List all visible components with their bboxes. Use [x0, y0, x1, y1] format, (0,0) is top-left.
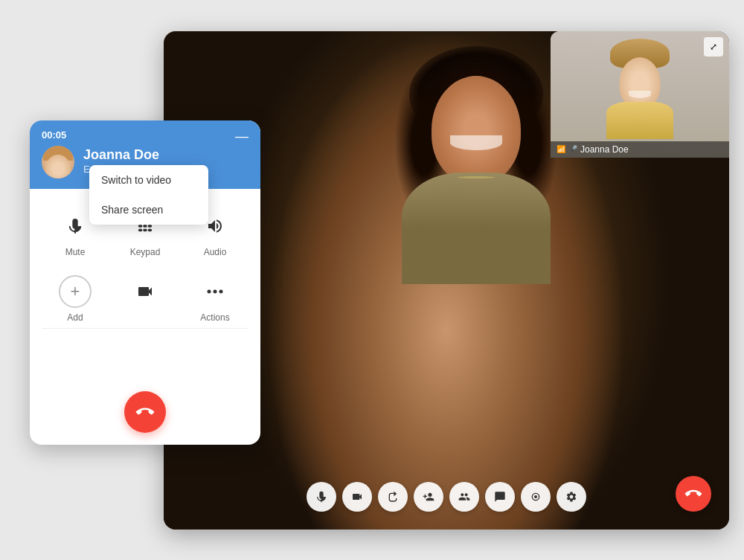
- mute-icon-container: [59, 210, 92, 242]
- end-call-button[interactable]: [124, 391, 166, 433]
- pip-expand-button[interactable]: ⤢: [704, 37, 723, 57]
- video-cam-button[interactable]: [112, 269, 179, 329]
- more-button[interactable]: Actions: [182, 269, 248, 329]
- svg-point-1: [534, 495, 537, 498]
- svg-point-4: [219, 289, 223, 293]
- video-cam-icon-container: [129, 275, 161, 308]
- settings-button[interactable]: [557, 482, 586, 512]
- audio-label: Audio: [204, 247, 227, 257]
- mic-icon-pip: 🎤: [568, 145, 577, 153]
- add-call-button[interactable]: + Add: [42, 269, 109, 329]
- pip-name-bar: 📶 🎤 Joanna Doe: [551, 141, 729, 158]
- add-label: Add: [67, 312, 83, 323]
- share-button[interactable]: [378, 482, 408, 512]
- actions-label: Actions: [200, 312, 229, 323]
- add-icon: +: [59, 275, 92, 308]
- minimize-button[interactable]: —: [235, 129, 248, 143]
- pip-caller-name: Joanna Doe: [580, 144, 629, 155]
- chat-button[interactable]: [485, 482, 515, 512]
- mute-label: Mute: [65, 247, 86, 257]
- call-card: 00:05 — Joanna Doe Ext. 9160 Mute: [30, 120, 260, 445]
- controls-row2: + Add Actions: [42, 269, 248, 329]
- caller-avatar: [42, 146, 74, 178]
- camera-button[interactable]: [342, 482, 372, 512]
- share-screen-label: Share screen: [101, 204, 163, 216]
- signal-icon: 📶: [557, 145, 565, 153]
- plus-icon: +: [71, 282, 80, 301]
- record-button[interactable]: [521, 482, 551, 512]
- call-card-body: Mute Keypad Audio: [30, 189, 260, 445]
- more-icon-container: [199, 275, 231, 308]
- mic-button[interactable]: [307, 482, 336, 512]
- switch-to-video-item[interactable]: Switch to video: [89, 165, 208, 195]
- add-user-button[interactable]: [414, 482, 443, 512]
- end-call-video-button[interactable]: [676, 476, 711, 512]
- dropdown-menu: Switch to video Share screen: [89, 165, 208, 225]
- caller-name: Joanna Doe: [83, 147, 159, 164]
- row-divider: [42, 328, 248, 329]
- group-button[interactable]: [449, 482, 479, 512]
- video-toolbar: [307, 482, 586, 512]
- end-call-section: [42, 388, 248, 433]
- pip-video: ⤢ 📶 🎤 Joanna Doe: [551, 31, 729, 158]
- call-timer: 00:05: [42, 129, 66, 141]
- avatar-face: [45, 155, 71, 178]
- scene: ⤢ 📶 🎤 Joanna Doe 00:05 — Joanna Doe Ext.…: [15, 16, 729, 544]
- share-screen-item[interactable]: Share screen: [89, 195, 208, 225]
- switch-to-video-label: Switch to video: [101, 174, 171, 186]
- keypad-label: Keypad: [130, 247, 161, 257]
- svg-point-2: [208, 289, 211, 293]
- svg-point-3: [214, 289, 217, 293]
- pip-person: [551, 31, 729, 158]
- expand-icon: ⤢: [710, 42, 717, 52]
